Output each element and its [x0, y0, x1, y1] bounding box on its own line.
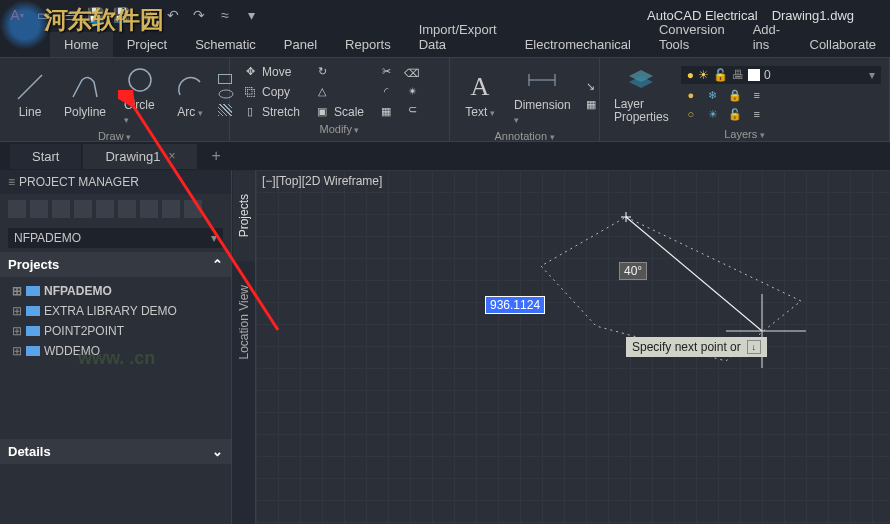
copy-button[interactable]: ⿻Copy — [238, 83, 304, 101]
pm-plot-icon[interactable] — [140, 200, 158, 218]
close-icon[interactable]: × — [168, 149, 175, 163]
panel-annotation-title[interactable]: Annotation — [458, 128, 591, 144]
layer-states-icon[interactable]: ≡ — [749, 106, 765, 122]
arc-button[interactable]: Arc — [168, 69, 212, 121]
pm-publish-icon[interactable] — [118, 200, 136, 218]
tab-reports[interactable]: Reports — [331, 32, 405, 57]
project-folder-icon — [26, 326, 40, 336]
viewport-controls[interactable]: [−][Top][2D Wireframe] — [262, 174, 382, 188]
line-icon — [14, 71, 46, 103]
layer-match-icon[interactable]: ≡ — [749, 87, 765, 103]
panel-layers: Layer Properties ● ☀ 🔓 🖶 0 ▾ ● ❄ 🔒 ≡ — [600, 58, 890, 141]
pm-projects-header[interactable]: Projects⌃ — [0, 252, 231, 277]
array-icon: ▦ — [378, 104, 394, 120]
project-folder-icon — [26, 346, 40, 356]
plot-icon[interactable]: 🖶 — [136, 4, 158, 26]
trim-icon: ✂︎ — [378, 64, 394, 80]
layer-off-icon[interactable]: ● — [683, 87, 699, 103]
document-tabs: Start Drawing1× + — [0, 142, 890, 170]
fillet-button[interactable]: ◜ — [374, 83, 398, 101]
erase-icon[interactable]: ⌫ — [404, 66, 420, 82]
panel-modify-title[interactable]: Modify — [238, 121, 441, 137]
trim-button[interactable]: ✂︎ — [374, 63, 398, 81]
tree-item-extra-library[interactable]: ⊞EXTRA LIBRARY DEMO — [8, 301, 223, 321]
side-tab-projects[interactable]: Projects — [233, 170, 255, 261]
tree-item-nfpademo[interactable]: ⊞NFPADEMO — [8, 281, 223, 301]
doc-tab-start[interactable]: Start — [10, 144, 81, 169]
layer-properties-button[interactable]: Layer Properties — [608, 62, 675, 126]
table-icon[interactable]: ▦ — [583, 96, 599, 112]
plot-layer-icon: 🖶 — [732, 68, 744, 82]
layer-combo[interactable]: ● ☀ 🔓 🖶 0 ▾ — [681, 66, 881, 84]
circle-button[interactable]: Circle — [118, 62, 162, 128]
move-button[interactable]: ✥Move — [238, 63, 304, 81]
text-button[interactable]: AText — [458, 69, 502, 121]
tree-item-point2point[interactable]: ⊞POINT2POINT — [8, 321, 223, 341]
drawing-geometry — [426, 206, 846, 426]
pm-task-icon[interactable] — [96, 200, 114, 218]
dynamic-distance-input[interactable]: 936.1124 — [485, 296, 545, 314]
ribbon-tabs-bar: Home Project Schematic Panel Reports Imp… — [0, 30, 890, 58]
panel-annotation: AText Dimension ↘ ▦ Annotation — [450, 58, 600, 141]
pm-help-icon[interactable] — [184, 200, 202, 218]
drawing-canvas[interactable]: [−][Top][2D Wireframe] 936.1124 40° Spec… — [256, 170, 890, 524]
tab-project[interactable]: Project — [113, 32, 181, 57]
scale-button[interactable]: ▣Scale — [310, 103, 368, 121]
pm-project-combo[interactable]: NFPADEMO — [8, 228, 223, 248]
tab-schematic[interactable]: Schematic — [181, 32, 270, 57]
qat-dropdown-icon[interactable]: ▾ — [240, 4, 262, 26]
save-icon[interactable]: 💾 — [84, 4, 106, 26]
dimension-button[interactable]: Dimension — [508, 62, 577, 128]
layer-thaw-icon[interactable]: ☀ — [705, 106, 721, 122]
dynamic-angle-display: 40° — [619, 262, 647, 280]
lightbulb-icon: ● — [687, 68, 694, 82]
tab-collaborate[interactable]: Collaborate — [796, 32, 891, 57]
pm-zip-icon[interactable] — [162, 200, 180, 218]
leader-icon[interactable]: ↘ — [583, 78, 599, 94]
tab-home[interactable]: Home — [50, 32, 113, 57]
line-button[interactable]: Line — [8, 69, 52, 121]
pm-new-icon[interactable] — [8, 200, 26, 218]
pm-prev-icon[interactable] — [52, 200, 70, 218]
layer-unlock-icon[interactable]: 🔓 — [727, 106, 743, 122]
offset-icon[interactable]: ⊂ — [404, 102, 420, 118]
watermark-logo — [0, 0, 50, 50]
tab-add-ins[interactable]: Add-ins — [739, 17, 796, 57]
array-button[interactable]: ▦ — [374, 103, 398, 121]
share-icon[interactable]: ≈ — [214, 4, 236, 26]
explode-icon[interactable]: ✴ — [404, 84, 420, 100]
side-tab-location[interactable]: Location View — [233, 261, 255, 384]
panel-layers-title[interactable]: Layers — [608, 126, 881, 142]
open-icon[interactable]: 🗁 — [58, 4, 80, 26]
tab-electromechanical[interactable]: Electromechanical — [511, 32, 645, 57]
tab-import-export[interactable]: Import/Export Data — [405, 17, 511, 57]
polyline-button[interactable]: Polyline — [58, 69, 112, 121]
layer-lock-icon[interactable]: 🔒 — [727, 87, 743, 103]
layer-freeze-icon[interactable]: ❄ — [705, 87, 721, 103]
project-manager-panel: PROJECT MANAGER NFPADEMO Projects⌃ ⊞NFPA… — [0, 170, 232, 524]
undo-icon[interactable]: ↶ — [162, 4, 184, 26]
doc-tab-drawing[interactable]: Drawing1× — [83, 144, 197, 169]
project-tree: ⊞NFPADEMO ⊞EXTRA LIBRARY DEMO ⊞POINT2POI… — [0, 277, 231, 365]
layers-icon — [625, 64, 657, 96]
tab-panel[interactable]: Panel — [270, 32, 331, 57]
dimension-icon — [526, 64, 558, 96]
move-icon: ✥ — [242, 64, 258, 80]
text-icon: A — [464, 71, 496, 103]
tab-conversion-tools[interactable]: Conversion Tools — [645, 17, 739, 57]
panel-draw-title[interactable]: Draw — [8, 128, 221, 144]
mirror-button[interactable]: △ — [310, 83, 368, 101]
pm-open-icon[interactable] — [30, 200, 48, 218]
layer-iso-icon[interactable]: ○ — [683, 106, 699, 122]
tree-item-wddemo[interactable]: ⊞WDDEMO — [8, 341, 223, 361]
stretch-button[interactable]: ▯Stretch — [238, 103, 304, 121]
project-folder-icon — [26, 286, 40, 296]
new-tab-button[interactable]: + — [199, 142, 232, 170]
pm-refresh-icon[interactable] — [74, 200, 92, 218]
workspace: PROJECT MANAGER NFPADEMO Projects⌃ ⊞NFPA… — [0, 170, 890, 524]
rotate-button[interactable]: ↻ — [310, 63, 368, 81]
saveas-icon[interactable]: 💾 — [110, 4, 132, 26]
redo-icon[interactable]: ↷ — [188, 4, 210, 26]
pm-details-header[interactable]: Details⌄ — [0, 439, 231, 464]
lock-icon: 🔓 — [713, 68, 728, 82]
